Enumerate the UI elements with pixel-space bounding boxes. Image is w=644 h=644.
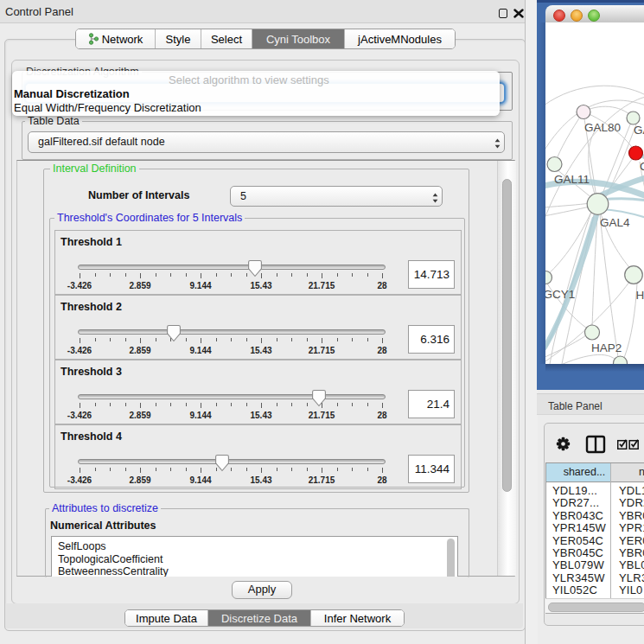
svg-text:GAL80: GAL80 [584, 121, 621, 134]
svg-text:GA: GA [634, 124, 644, 137]
svg-text:HAP2: HAP2 [591, 341, 622, 354]
svg-text:HI: HI [636, 289, 644, 302]
svg-text:CY: CY [640, 160, 644, 173]
svg-text:GAL4: GAL4 [600, 216, 630, 229]
svg-text:GCY1: GCY1 [545, 288, 575, 301]
svg-text:GAL11: GAL11 [554, 173, 590, 186]
